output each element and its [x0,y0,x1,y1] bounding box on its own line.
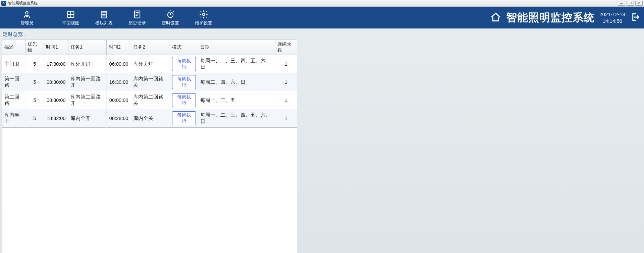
cell-priority: 5 [25,55,44,73]
table-row[interactable]: 库内晚上518:32:00库内全开08:28:00库内全关每周执行每周一、二、三… [2,109,297,128]
list-icon [99,9,109,19]
nav-module-list-label: 模块列表 [95,20,113,26]
svg-point-4 [167,12,173,17]
cell-task1: 库内第二回路开 [68,91,107,109]
table-row[interactable]: 第二回路508:30:00库内第二回路开00:00:00库内第二回路关每周执行每… [2,91,297,109]
minimize-button[interactable]: — [618,1,625,6]
schedule-table: 描述 优先级 时间1 任务1 时间2 任务2 模式 日期 连续天数 主门卫517… [2,40,297,128]
cell-task2: 库内第二回路关 [131,91,170,109]
cell-desc: 第一回路 [2,73,25,91]
cell-task1: 库内全开 [68,109,107,128]
nav-history-label: 历史记录 [128,20,146,26]
cell-desc: 库内晚上 [2,109,25,128]
svg-point-5 [202,13,205,15]
nav-admin-label: 管理员 [20,20,34,26]
brand-title: 智能照明监控系统 [506,10,595,25]
nav-admin[interactable]: 管理员 [0,7,54,28]
cell-time2: 06:00:00 [107,55,131,73]
col-header-time1[interactable]: 时间1 [44,40,68,55]
cell-task2: 库内第一回路关 [131,73,170,91]
floorplan-icon [66,9,75,19]
nav-maintain[interactable]: 维护设置 [187,7,220,28]
stopwatch-icon [166,9,175,19]
cell-time1: 08:30:00 [44,91,68,109]
cell-priority: 5 [25,91,44,109]
cell-task2: 库外关灯 [131,55,170,73]
cell-time1: 18:32:00 [44,109,68,128]
maximize-button[interactable]: ❐ [627,1,634,6]
mode-button[interactable]: 每周执行 [172,57,196,71]
col-header-date[interactable]: 日期 [198,40,275,55]
col-header-time2[interactable]: 时间2 [107,40,131,55]
cell-desc: 主门卫 [2,55,25,73]
cell-days: 1 [275,91,297,109]
cell-date: 每周一、三、五 [198,91,275,109]
nav-plan-view[interactable]: 平面视图 [54,7,87,28]
cell-days: 1 [275,73,297,91]
cell-date: 每周一、二、三、四、五、六、日 [198,109,275,128]
cell-priority: 5 [25,109,44,128]
content-area: 定时总览 . 描述 优先级 时间1 任务1 时间2 任务2 模式 日期 连续天数 [0,28,644,253]
cell-task1: 库内第一回路开 [68,73,107,91]
window-title: 智能照明监控系统 [8,1,38,6]
cell-time2: 08:28:00 [107,109,131,128]
col-header-priority[interactable]: 优先级 [25,40,44,55]
cell-priority: 5 [25,73,44,91]
cell-task1: 库外开灯 [68,55,107,73]
page-title: 定时总览 . [2,30,642,40]
col-header-desc[interactable]: 描述 [2,40,25,55]
nav-timer[interactable]: 定时设置 [154,7,187,28]
cell-mode: 每周执行 [170,109,198,128]
cell-days: 1 [275,55,297,73]
cell-date: 每周一、二、三、四、五、六、日 [198,55,275,73]
brand-area: 智能照明监控系统 2021-12-18 14:14:56 [490,7,644,28]
app-icon [1,1,6,6]
table-row[interactable]: 第一回路508:30:00库内第一回路开16:30:00库内第一回路关每周执行每… [2,73,297,91]
svg-point-0 [25,11,28,14]
cell-days: 1 [275,109,297,128]
cell-mode: 每周执行 [170,91,198,109]
nav-module-list[interactable]: 模块列表 [87,7,120,28]
cell-mode: 每周执行 [170,55,198,73]
nav-plan-view-label: 平面视图 [62,20,79,26]
datetime-display: 2021-12-18 14:14:56 [599,11,625,24]
nav-maintain-label: 维护设置 [195,20,212,26]
cell-time2: 16:30:00 [107,73,131,91]
top-nav: 管理员 平面视图 模块列表 历史记录 [0,7,644,28]
table-row[interactable]: 主门卫517:30:00库外开灯06:00:00库外关灯每周执行每周一、二、三、… [2,55,297,73]
svg-rect-3 [134,11,140,18]
cell-time1: 08:30:00 [44,73,68,91]
window-titlebar: 智能照明监控系统 — ❐ ✕ [0,0,644,7]
grid-container: 描述 优先级 时间1 任务1 时间2 任务2 模式 日期 连续天数 主门卫517… [2,40,642,253]
cell-desc: 第二回路 [2,91,25,109]
col-header-task1[interactable]: 任务1 [68,40,107,55]
logout-button[interactable] [630,12,640,23]
table-header-row: 描述 优先级 时间1 任务1 时间2 任务2 模式 日期 连续天数 [2,40,297,55]
mode-button[interactable]: 每周执行 [172,75,196,89]
date-text: 2021-12-18 [599,11,625,18]
user-icon [22,9,32,19]
nav-timer-label: 定时设置 [162,20,179,26]
close-window-button[interactable]: ✕ [635,1,643,6]
table-empty-area [2,128,297,253]
house-icon [490,11,501,24]
mode-button[interactable]: 每周执行 [172,111,196,125]
document-icon [132,9,142,19]
cell-date: 每周二、四、六、日 [198,73,275,91]
cell-mode: 每周执行 [170,73,198,91]
col-header-mode[interactable]: 模式 [170,40,198,55]
nav-history[interactable]: 历史记录 [120,7,154,28]
cell-time1: 17:30:00 [44,55,68,73]
cell-task2: 库内全关 [131,109,170,128]
col-header-task2[interactable]: 任务2 [131,40,170,55]
mode-button[interactable]: 每周执行 [172,93,196,107]
cell-time2: 00:00:00 [107,91,131,109]
col-header-days[interactable]: 连续天数 [275,40,297,55]
time-text: 14:14:56 [599,18,625,24]
gear-icon [199,9,208,19]
